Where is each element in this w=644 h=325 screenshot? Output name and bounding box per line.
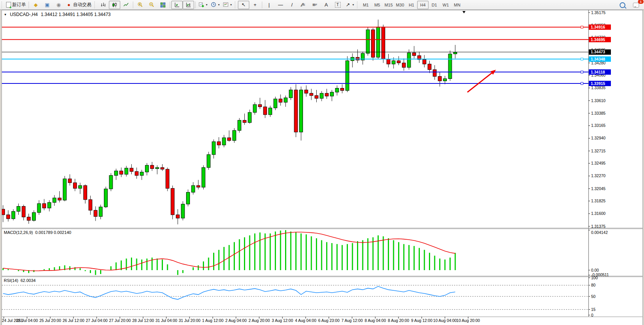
chart-canvas[interactable]: 1.351751.349501.347301.345051.342801.340… [0, 10, 644, 325]
label-tool-icon: T [335, 2, 341, 8]
new-order-icon: + [6, 2, 11, 8]
date-label: 8 Aug 04:00 [365, 318, 386, 323]
date-label: 1 Aug 12:00 [202, 318, 223, 323]
price-axis[interactable]: 1.351751.349501.347301.345051.342801.340… [588, 10, 606, 229]
date-label: 4 Aug 04:00 [295, 318, 316, 323]
chart-shift-button[interactable] [183, 1, 194, 9]
tile-windows-button[interactable] [157, 1, 169, 9]
dropdown-arrow-icon: ▾ [230, 3, 232, 6]
vertical-line-icon: | [266, 2, 272, 8]
trend-arrow-annotation[interactable] [467, 73, 492, 92]
arrows-tool-button[interactable]: ↗ ▾ [343, 1, 355, 9]
svg-text:0: 0 [591, 313, 593, 317]
navigator-button[interactable]: ▣ [41, 1, 53, 9]
chart-title: ▼ USDCAD-,H4 1.34412 1.34491 1.34405 1.3… [4, 12, 111, 17]
macd-indicator-label: MACD(12,26,9)0.001789 0.002140 [4, 230, 71, 235]
toolbar-grip[interactable] [235, 2, 237, 8]
timeframe-m15-button[interactable]: M15 [383, 1, 394, 9]
date-label: 26 Jul 12:00 [62, 318, 84, 323]
add-indicator-button[interactable]: ▾ [197, 1, 209, 9]
timeframe-m30-button[interactable]: M30 [394, 1, 406, 9]
chart-shift-marker[interactable] [462, 11, 465, 13]
window-right-edge [642, 10, 644, 325]
separator [133, 2, 133, 8]
svg-text:1.33915: 1.33915 [591, 81, 605, 86]
search-button[interactable] [617, 1, 628, 9]
svg-text:1.33385: 1.33385 [591, 111, 606, 115]
line-handle[interactable] [581, 71, 583, 73]
timeframe-mn-button[interactable]: MN [451, 1, 463, 9]
horizontal-line-tool-button[interactable]: — [275, 1, 286, 9]
new-order-button[interactable]: + 新订单 [5, 1, 27, 9]
line-handle[interactable] [581, 82, 583, 85]
horizontal-line-objects[interactable]: 1.349161.346951.344731.343481.341181.339… [2, 24, 611, 86]
chart-window[interactable]: 1.351751.349501.347301.345051.342801.340… [0, 10, 644, 325]
chart-shift-icon [185, 2, 191, 8]
trendline-tool-button[interactable]: / [286, 1, 298, 9]
arrows-tool-icon: ↗ [345, 2, 351, 8]
period-button[interactable]: ▾ [209, 1, 221, 9]
label-tool-button[interactable]: T [332, 1, 343, 9]
tile-windows-icon [160, 2, 166, 8]
template-button[interactable]: ▾ [221, 1, 233, 9]
svg-text:15: 15 [591, 307, 596, 312]
auto-trading-icon: ● [66, 2, 72, 8]
date-label: 25 Jul 04:00 [16, 318, 38, 323]
auto-scroll-button[interactable] [171, 1, 183, 9]
window-left-edge [0, 10, 2, 325]
timeframe-w1-button[interactable]: W1 [440, 1, 451, 9]
search-icon [620, 2, 625, 8]
cursor-tool-button[interactable]: ↖ [238, 1, 249, 9]
timeframe-m1-button[interactable]: M1 [360, 1, 371, 9]
fibonacci-tool-button[interactable]: ≡F [309, 1, 320, 9]
chart-symbol-period: USDCAD-,H4 [10, 12, 38, 17]
zoom-in-button[interactable] [134, 1, 146, 9]
vertical-line-tool-button[interactable]: | [263, 1, 275, 9]
date-label: 28 Jul 12:00 [132, 318, 154, 323]
candlestick-chart-button[interactable] [109, 1, 120, 9]
zoom-out-icon [148, 2, 155, 8]
date-axis[interactable]: 24 Jul 202325 Jul 04:0025 Jul 20:0026 Ju… [2, 317, 480, 323]
crosshair-tool-button[interactable]: + [249, 1, 261, 9]
zoom-out-button[interactable] [146, 1, 157, 9]
timeframe-m5-button[interactable]: M5 [371, 1, 383, 9]
svg-text:1.33610: 1.33610 [591, 98, 606, 103]
toolbar-grip[interactable] [357, 2, 359, 8]
svg-text:1.32045: 1.32045 [591, 186, 606, 191]
equidistant-channel-icon: ∕∕E [300, 2, 306, 8]
text-tool-button[interactable]: A [320, 1, 332, 9]
line-handle[interactable] [581, 26, 583, 28]
terminal-button[interactable]: ◉ [53, 1, 64, 9]
bar-chart-button[interactable] [97, 1, 109, 9]
auto-scroll-icon [174, 2, 180, 8]
market-watch-button[interactable]: ◆ [30, 1, 41, 9]
toolbar-grip[interactable] [94, 2, 97, 8]
svg-text:50: 50 [591, 294, 596, 299]
line-chart-button[interactable] [120, 1, 132, 9]
annotations[interactable] [462, 11, 496, 92]
svg-text:80: 80 [591, 283, 596, 287]
svg-text:1.32270: 1.32270 [591, 173, 606, 178]
auto-trading-button[interactable]: ● 自动交易 [64, 1, 93, 9]
toolbar-grip[interactable] [2, 2, 4, 8]
navigator-icon: ▣ [44, 2, 50, 8]
channel-tool-button[interactable]: ∕∕E [298, 1, 309, 9]
date-label: 10 Aug 04:00 [433, 318, 457, 323]
line-handle[interactable] [581, 58, 583, 60]
candlestick-chart-icon [112, 2, 118, 8]
timeframe-h4-button[interactable]: H4 [417, 1, 429, 9]
timeframe-d1-button[interactable]: D1 [429, 1, 440, 9]
svg-text:1.34916: 1.34916 [591, 25, 605, 29]
collapse-triangle-icon[interactable]: ▼ [4, 13, 7, 16]
timeframe-h1-button[interactable]: H1 [406, 1, 417, 9]
separator [262, 2, 262, 8]
notifications-button[interactable]: 1 [630, 1, 642, 9]
svg-text:1.34348: 1.34348 [591, 57, 605, 61]
text-tool-icon: A [323, 2, 329, 8]
line-chart-icon [123, 2, 129, 8]
zoom-in-icon [137, 2, 143, 8]
notification-badge: 1 [638, 0, 644, 4]
svg-text:1.31375: 1.31375 [591, 224, 606, 229]
date-label: 10 Aug 20:00 [456, 318, 480, 323]
date-label: 8 Aug 20:00 [388, 318, 409, 323]
